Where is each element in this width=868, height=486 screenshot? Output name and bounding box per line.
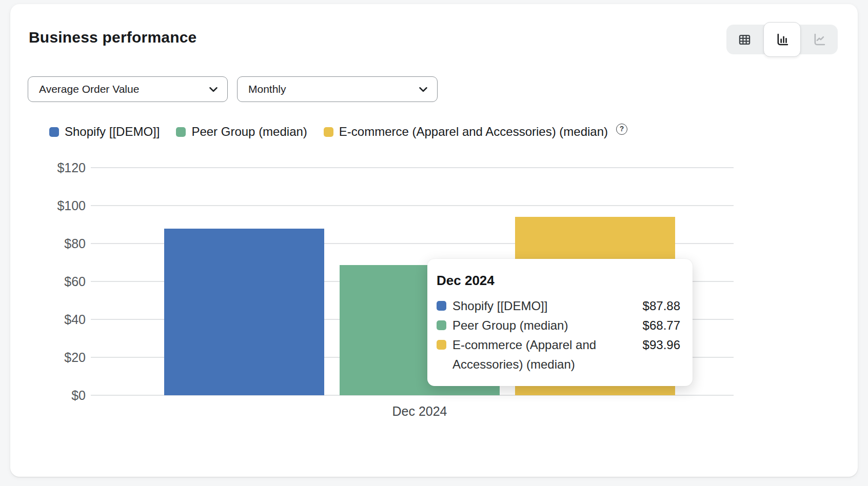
granularity-select-value: Monthly xyxy=(248,83,286,95)
bar-chart-icon xyxy=(775,32,790,47)
granularity-select[interactable]: Monthly xyxy=(237,76,438,102)
tooltip-row: Peer Group (median)$68.77 xyxy=(437,316,680,335)
y-axis-tick-label: $120 xyxy=(29,160,86,175)
tooltip-rows: Shopify [[DEMO]]$87.88Peer Group (median… xyxy=(437,296,680,374)
chevron-down-icon xyxy=(207,83,220,96)
tooltip-value: $87.88 xyxy=(643,296,680,316)
legend-label: E-commerce (Apparel and Accessories) (me… xyxy=(339,125,608,139)
y-axis-tick-label: $20 xyxy=(29,350,86,365)
y-axis-tick-label: $60 xyxy=(29,274,86,289)
metric-select-value: Average Order Value xyxy=(39,83,139,95)
tooltip-title: Dec 2024 xyxy=(437,273,680,289)
x-axis-label: Dec 2024 xyxy=(392,404,447,419)
tooltip-swatch xyxy=(437,340,446,350)
table-view-button[interactable] xyxy=(726,25,763,54)
y-axis-tick-label: $40 xyxy=(29,312,86,327)
line-chart-icon xyxy=(812,32,826,47)
legend-swatch xyxy=(324,127,333,137)
metric-select[interactable]: Average Order Value xyxy=(28,76,228,102)
y-axis-tick-label: $80 xyxy=(29,236,86,251)
help-icon[interactable]: ? xyxy=(616,124,627,135)
bar-chart-view-button[interactable] xyxy=(763,22,801,57)
chevron-down-icon xyxy=(417,83,430,96)
table-icon xyxy=(738,33,752,47)
legend-item-e-commerce-apparel-and-accessories-median[interactable]: E-commerce (Apparel and Accessories) (me… xyxy=(324,125,608,139)
tooltip-row: Shopify [[DEMO]]$87.88 xyxy=(437,296,680,316)
legend-label: Shopify [[DEMO]] xyxy=(65,125,160,139)
legend-swatch xyxy=(176,127,186,137)
tooltip-value: $68.77 xyxy=(643,316,680,335)
tooltip-label: Shopify [[DEMO]] xyxy=(452,296,622,316)
chart-legend: Shopify [[DEMO]]Peer Group (median)E-com… xyxy=(49,123,627,141)
view-toggle-group xyxy=(726,25,838,54)
chart-tooltip: Dec 2024 Shopify [[DEMO]]$87.88Peer Grou… xyxy=(427,259,693,386)
tooltip-swatch xyxy=(437,320,446,330)
y-axis-tick-label: $0 xyxy=(29,388,86,403)
legend-label: Peer Group (median) xyxy=(191,125,307,139)
legend-item-peer-group-median[interactable]: Peer Group (median) xyxy=(176,125,307,139)
business-performance-card: Business performance xyxy=(10,4,858,477)
legend-item-shopify-demo[interactable]: Shopify [[DEMO]] xyxy=(49,125,160,139)
tooltip-swatch xyxy=(437,301,446,311)
legend-swatch xyxy=(49,127,59,137)
bar-shopify-demo[interactable] xyxy=(164,229,324,395)
y-axis-tick-label: $100 xyxy=(29,198,86,213)
tooltip-label: E-commerce (Apparel and Accessories) (me… xyxy=(452,335,622,374)
gridline xyxy=(91,205,734,206)
tooltip-value: $93.96 xyxy=(643,335,680,355)
line-chart-view-button[interactable] xyxy=(801,25,838,54)
gridline xyxy=(91,167,734,168)
tooltip-label: Peer Group (median) xyxy=(452,316,622,335)
page-title: Business performance xyxy=(29,29,196,46)
tooltip-row: E-commerce (Apparel and Accessories) (me… xyxy=(437,335,680,374)
